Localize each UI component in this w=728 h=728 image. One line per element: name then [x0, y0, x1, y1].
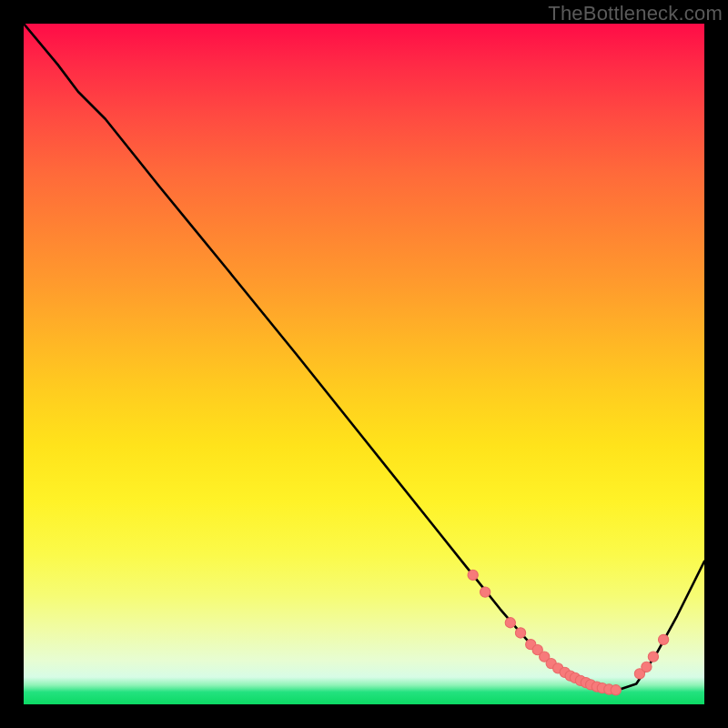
watermark-text: TheBottleneck.com	[548, 2, 723, 25]
chart-svg	[24, 24, 704, 704]
data-point	[642, 662, 652, 672]
plot-area	[24, 24, 704, 704]
data-points-group	[468, 570, 669, 695]
data-point	[648, 652, 658, 662]
data-point	[611, 685, 621, 695]
data-point	[515, 628, 525, 638]
data-point	[468, 570, 478, 580]
data-point	[480, 587, 490, 597]
chart-frame: TheBottleneck.com	[0, 0, 728, 728]
data-point	[505, 618, 515, 628]
data-point	[659, 634, 669, 644]
bottleneck-curve	[24, 24, 704, 691]
